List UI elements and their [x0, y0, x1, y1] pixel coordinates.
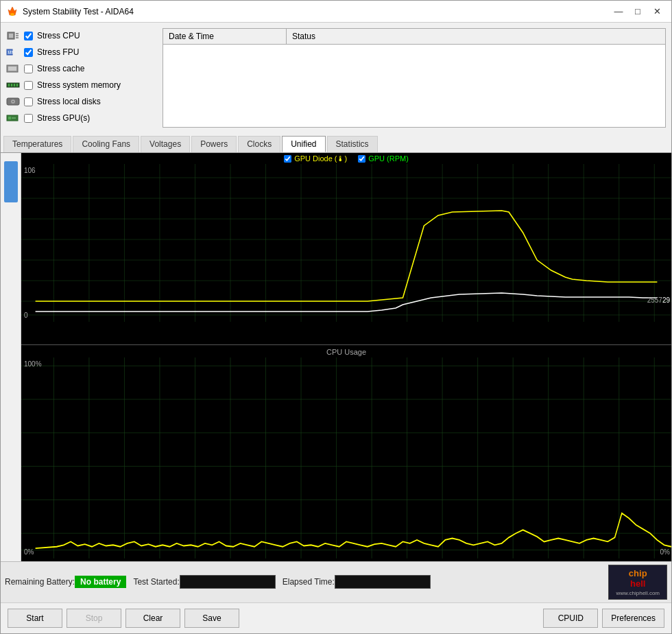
- tab-temperatures[interactable]: Temperatures: [3, 136, 71, 152]
- window-title: System Stability Test - AIDA64: [23, 7, 610, 16]
- tab-cooling-fans[interactable]: Cooling Fans: [73, 136, 139, 152]
- svg-point-1: [10, 13, 14, 16]
- main-chart-area: GPU Diode (🌡) GPU (RPM) 106 0 255729: [1, 153, 671, 561]
- tab-unified[interactable]: Unified: [282, 136, 325, 152]
- stop-button[interactable]: Stop: [67, 609, 121, 628]
- cpu-chart-area: 100% 0% 0%: [21, 357, 671, 559]
- charts-content: GPU Diode (🌡) GPU (RPM) 106 0 255729: [21, 153, 671, 561]
- stress-cache-checkbox[interactable]: [24, 64, 33, 73]
- elapsed-time-label: Elapsed Time:: [283, 577, 335, 587]
- svg-rect-15: [16, 84, 18, 86]
- main-window: System Stability Test - AIDA64 — □ ✕: [0, 0, 672, 634]
- tab-voltages[interactable]: Voltages: [141, 136, 190, 152]
- svg-rect-14: [14, 84, 15, 86]
- cpu-value-label: 0%: [660, 548, 670, 556]
- stress-gpu-checkbox[interactable]: [24, 114, 33, 123]
- maximize-button[interactable]: □: [629, 5, 647, 19]
- app-icon: [6, 5, 19, 18]
- gpu-icon: [6, 113, 20, 123]
- svg-rect-10: [8, 67, 16, 71]
- log-table-header: Date & Time Status: [163, 29, 665, 45]
- logo-chip: chip: [629, 568, 647, 579]
- stress-fpu-label: Stress FPU: [37, 47, 79, 57]
- col-status-header: Status: [287, 29, 665, 44]
- legend-gpu-diode: GPU Diode (🌡): [284, 154, 347, 163]
- stress-options: Stress CPU 123 Stress FPU S: [6, 28, 157, 128]
- start-button[interactable]: Start: [8, 609, 62, 628]
- legend-gpu-diode-checkbox[interactable]: [284, 155, 291, 163]
- cpu-chart: CPU Usage 100% 0% 0%: [21, 345, 671, 561]
- title-bar: System Stability Test - AIDA64 — □ ✕: [1, 1, 671, 23]
- stress-gpu-item: Stress GPU(s): [6, 110, 157, 126]
- cpu-chart-svg: [21, 357, 671, 559]
- stress-cpu-label: Stress CPU: [37, 31, 80, 40]
- cache-icon: [6, 64, 20, 73]
- remaining-battery-label: Remaining Battery:: [5, 577, 75, 587]
- scroll-thumb[interactable]: [4, 161, 18, 202]
- cpu-y-max: 100%: [24, 360, 42, 368]
- stress-cache-label: Stress cache: [37, 64, 84, 73]
- top-section: Stress CPU 123 Stress FPU S: [1, 23, 671, 133]
- stress-cpu-checkbox[interactable]: [24, 32, 33, 40]
- svg-rect-13: [11, 84, 12, 86]
- stress-fpu-item: 123 Stress FPU: [6, 45, 157, 60]
- cpuid-button[interactable]: CPUID: [543, 609, 598, 628]
- log-table-body: [163, 45, 665, 127]
- logo-hell: hell: [630, 578, 645, 589]
- test-started-value: [180, 575, 276, 589]
- save-button[interactable]: Save: [184, 609, 239, 628]
- tab-powers[interactable]: Powers: [191, 136, 237, 152]
- cpu-chart-title: CPU Usage: [21, 345, 671, 357]
- log-table: Date & Time Status: [163, 28, 666, 128]
- svg-rect-3: [9, 34, 13, 38]
- minimize-button[interactable]: —: [610, 5, 627, 19]
- stress-fpu-checkbox[interactable]: [24, 48, 33, 57]
- button-bar: Start Stop Clear Save CPUID Preferences: [1, 602, 671, 633]
- svg-rect-12: [8, 84, 10, 86]
- stress-memory-checkbox[interactable]: [24, 81, 33, 90]
- elapsed-time-value: [335, 575, 431, 589]
- stress-disks-item: Stress local disks: [6, 94, 157, 109]
- tab-statistics[interactable]: Statistics: [327, 136, 378, 152]
- status-bar: Remaining Battery: No battery Test Start…: [1, 561, 671, 602]
- cpu-icon: [6, 31, 20, 40]
- col-datetime-header: Date & Time: [163, 29, 287, 44]
- tabs-bar: Temperatures Cooling Fans Voltages Power…: [1, 133, 671, 153]
- stress-memory-label: Stress system memory: [37, 80, 121, 90]
- gpu-value-label: 255729: [647, 296, 670, 304]
- svg-point-18: [12, 101, 14, 102]
- preferences-button[interactable]: Preferences: [602, 609, 664, 628]
- stress-cpu-item: Stress CPU: [6, 28, 157, 43]
- logo-area: chip hell www.chiphell.com: [608, 565, 667, 600]
- legend-gpu-rpm-checkbox[interactable]: [358, 155, 365, 163]
- gpu-y-max: 106: [24, 167, 36, 174]
- gpu-chart-svg: [21, 164, 671, 322]
- memory-icon: [6, 80, 20, 90]
- legend-gpu-rpm: GPU (RPM): [358, 154, 409, 163]
- stress-memory-item: Stress system memory: [6, 78, 157, 93]
- test-started-label: Test Started:: [133, 577, 179, 587]
- gpu-chart: GPU Diode (🌡) GPU (RPM) 106 0 255729: [21, 153, 671, 345]
- watermark-url: www.chiphell.com: [616, 590, 660, 596]
- svg-text:123: 123: [8, 50, 14, 54]
- gpu-chart-area: 106 0 255729: [21, 164, 671, 322]
- legend-gpu-rpm-label: GPU (RPM): [368, 154, 409, 163]
- gpu-y-min: 0: [24, 312, 28, 319]
- cpu-y-min: 0%: [24, 548, 34, 556]
- stress-disks-checkbox[interactable]: [24, 97, 33, 106]
- disk-icon: [6, 97, 20, 106]
- stress-disks-label: Stress local disks: [37, 97, 101, 106]
- close-button[interactable]: ✕: [648, 5, 666, 19]
- legend-gpu-diode-label: GPU Diode (🌡): [294, 154, 347, 163]
- svg-rect-20: [8, 117, 11, 119]
- content-area: Stress CPU 123 Stress FPU S: [1, 23, 671, 633]
- sidebar-scroll[interactable]: [1, 153, 21, 561]
- stress-cache-item: Stress cache: [6, 61, 157, 76]
- tab-clocks[interactable]: Clocks: [238, 136, 280, 152]
- no-battery-badge: No battery: [75, 576, 126, 588]
- clear-button[interactable]: Clear: [125, 609, 180, 628]
- stress-gpu-label: Stress GPU(s): [37, 113, 90, 123]
- window-controls: — □ ✕: [610, 5, 666, 19]
- chart-legend: GPU Diode (🌡) GPU (RPM): [21, 153, 671, 164]
- fpu-icon: 123: [6, 47, 20, 57]
